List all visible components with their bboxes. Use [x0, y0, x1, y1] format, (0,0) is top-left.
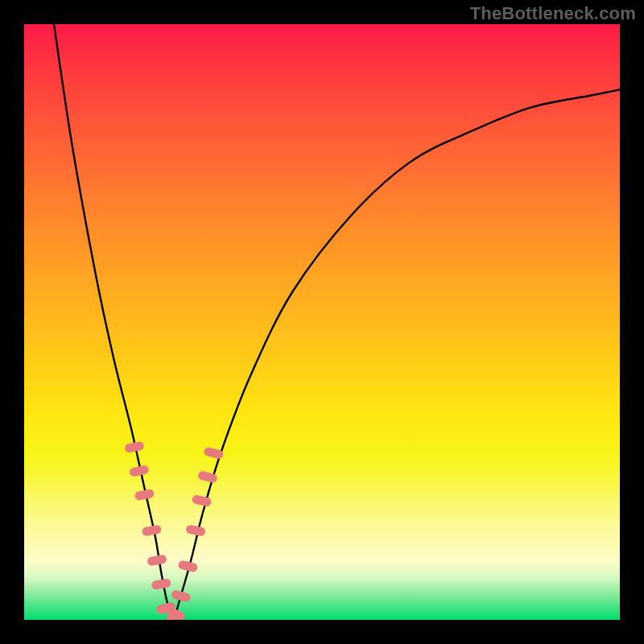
plot-area	[24, 24, 620, 620]
sampled-point	[171, 589, 192, 603]
bottleneck-curve	[54, 24, 620, 620]
sampled-point	[185, 524, 206, 537]
sampled-point	[134, 489, 155, 502]
sampled-point	[178, 559, 199, 572]
sampled-point	[142, 524, 163, 536]
watermark-text: TheBottleneck.com	[470, 3, 636, 24]
sampled-point	[129, 464, 150, 477]
sampled-point	[147, 554, 167, 566]
chart-svg	[24, 24, 620, 620]
sampled-point	[151, 578, 171, 590]
chart-stage: TheBottleneck.com	[0, 0, 644, 644]
sampled-point	[124, 441, 145, 453]
sampled-point	[203, 447, 224, 460]
sampled-point	[192, 494, 213, 507]
sampled-points-group	[124, 441, 224, 620]
